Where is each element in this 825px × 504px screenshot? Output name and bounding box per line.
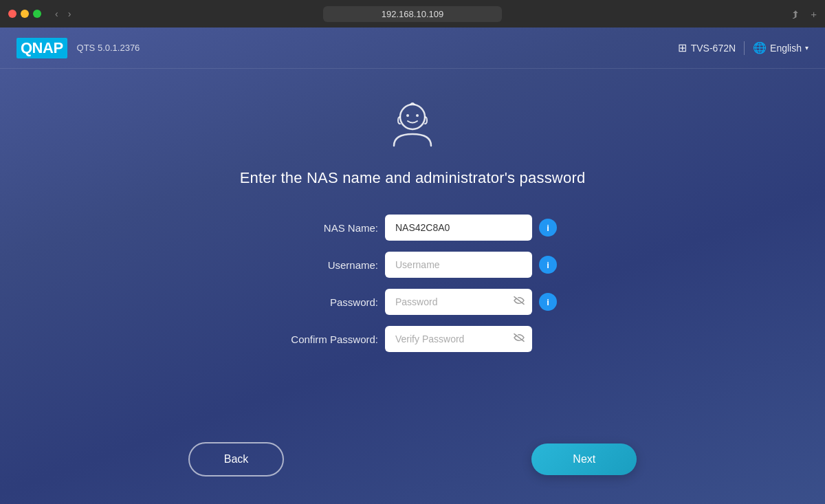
page-title: Enter the NAS name and administrator's p… [240, 169, 586, 187]
password-info-button[interactable]: i [539, 293, 557, 311]
confirm-password-row: Confirm Password: [268, 326, 557, 352]
browser-actions: ⮭ + [791, 8, 817, 20]
minimize-button[interactable] [21, 10, 29, 18]
qts-version: QTS 5.0.1.2376 [77, 43, 140, 53]
close-button[interactable] [8, 10, 16, 18]
password-row: Password: i [268, 289, 557, 315]
username-row: Username: i [268, 252, 557, 278]
share-icon[interactable]: ⮭ [791, 8, 801, 20]
nas-icon: ⊞ [678, 41, 687, 54]
button-row: Back Next [0, 442, 825, 476]
password-input[interactable] [385, 289, 532, 315]
language-text: English [770, 43, 802, 54]
username-input-wrapper [385, 252, 532, 278]
password-label: Password: [268, 296, 378, 308]
globe-icon: 🌐 [753, 41, 767, 54]
browser-chrome: ‹ › 192.168.10.109 ⮭ + [0, 0, 825, 28]
app-container: QNAP QTS 5.0.1.2376 ⊞ TVS-672N 🌐 English… [0, 28, 825, 504]
confirm-password-toggle-icon[interactable] [513, 333, 525, 345]
logo-area: QNAP QTS 5.0.1.2376 [16, 38, 140, 58]
maximize-button[interactable] [33, 10, 41, 18]
qnap-logo: QNAP [16, 38, 67, 58]
header-right: ⊞ TVS-672N 🌐 English ▾ [678, 41, 808, 55]
next-button[interactable]: Next [531, 443, 637, 475]
form-container: NAS Name: i Username: i Password: [268, 215, 557, 352]
new-tab-icon[interactable]: + [811, 8, 817, 20]
confirm-password-input[interactable] [385, 326, 532, 352]
device-info: ⊞ TVS-672N [678, 41, 736, 54]
forward-nav-button[interactable]: › [65, 7, 74, 21]
username-info-button[interactable]: i [539, 256, 557, 274]
device-name-text: TVS-672N [691, 43, 736, 54]
confirm-password-input-wrapper [385, 326, 532, 352]
confirm-password-label: Confirm Password: [268, 333, 378, 345]
password-toggle-icon[interactable] [513, 296, 525, 308]
brand-name: QNAP [21, 39, 63, 56]
nas-name-row: NAS Name: i [268, 215, 557, 241]
language-selector[interactable]: 🌐 English ▾ [753, 41, 808, 54]
nas-name-label: NAS Name: [268, 222, 378, 234]
svg-point-2 [416, 114, 419, 117]
address-bar[interactable]: 192.168.10.109 [323, 6, 502, 22]
nas-name-input-wrapper [385, 215, 532, 241]
svg-point-0 [400, 105, 425, 129]
nas-name-info-button[interactable]: i [539, 219, 557, 237]
header: QNAP QTS 5.0.1.2376 ⊞ TVS-672N 🌐 English… [0, 28, 825, 69]
chevron-down-icon: ▾ [805, 44, 808, 52]
username-input[interactable] [385, 252, 532, 278]
password-input-wrapper [385, 289, 532, 315]
traffic-lights [8, 10, 41, 18]
header-divider [744, 41, 745, 55]
main-content: Enter the NAS name and administrator's p… [0, 69, 825, 504]
svg-point-1 [406, 114, 409, 117]
username-label: Username: [268, 259, 378, 271]
nas-name-input[interactable] [385, 215, 532, 241]
address-bar-container: 192.168.10.109 [323, 6, 502, 22]
admin-avatar-icon [382, 96, 443, 158]
browser-nav: ‹ › [52, 7, 74, 21]
brand-block: QNAP [16, 38, 67, 58]
back-button[interactable]: Back [188, 442, 285, 476]
back-nav-button[interactable]: ‹ [52, 7, 61, 21]
